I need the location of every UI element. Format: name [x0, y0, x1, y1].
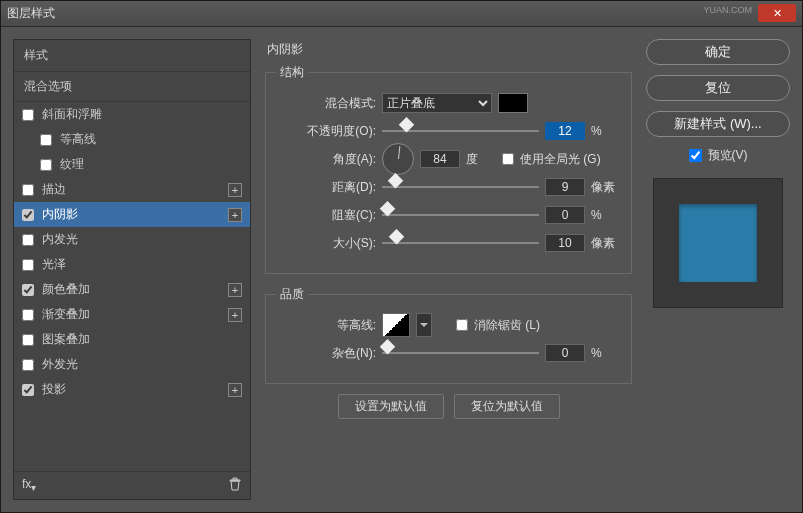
style-checkbox[interactable] [22, 234, 34, 246]
add-effect-icon[interactable]: + [228, 383, 242, 397]
close-button[interactable]: ✕ [758, 4, 796, 22]
add-effect-icon[interactable]: + [228, 208, 242, 222]
preview-square [679, 204, 757, 282]
preview-label: 预览(V) [708, 147, 748, 164]
distance-unit: 像素 [591, 179, 621, 196]
distance-slider[interactable] [382, 179, 539, 195]
style-row-5[interactable]: 内发光 [14, 227, 250, 252]
styles-footer: fx▾ [14, 471, 250, 499]
global-light-label: 使用全局光 (G) [520, 151, 601, 168]
blend-mode-label: 混合模式: [276, 95, 376, 112]
settings-panel: 内阴影 结构 混合模式: 正片叠底 不透明度(O): % 角度(A): [261, 39, 636, 500]
add-effect-icon[interactable]: + [228, 183, 242, 197]
style-row-7[interactable]: 颜色叠加+ [14, 277, 250, 302]
style-label: 投影 [42, 381, 66, 398]
quality-legend: 品质 [276, 286, 308, 303]
distance-input[interactable] [545, 178, 585, 196]
contour-picker[interactable] [382, 313, 410, 337]
size-input[interactable] [545, 234, 585, 252]
preview-thumbnail [653, 178, 783, 308]
blending-options-row[interactable]: 混合选项 [14, 71, 250, 102]
structure-group: 结构 混合模式: 正片叠底 不透明度(O): % 角度(A): 度 [265, 64, 632, 274]
add-effect-icon[interactable]: + [228, 308, 242, 322]
ok-button[interactable]: 确定 [646, 39, 790, 65]
style-label: 纹理 [60, 156, 84, 173]
size-slider[interactable] [382, 235, 539, 251]
choke-unit: % [591, 208, 621, 222]
style-row-4[interactable]: 内阴影+ [14, 202, 250, 227]
style-row-6[interactable]: 光泽 [14, 252, 250, 277]
size-label: 大小(S): [276, 235, 376, 252]
antialias-label: 消除锯齿 (L) [474, 317, 540, 334]
style-label: 等高线 [60, 131, 96, 148]
structure-legend: 结构 [276, 64, 308, 81]
right-panel: 确定 复位 新建样式 (W)... 预览(V) [646, 39, 790, 500]
preview-checkbox[interactable] [689, 149, 702, 162]
angle-dial[interactable] [382, 143, 414, 175]
contour-label: 等高线: [276, 317, 376, 334]
opacity-label: 不透明度(O): [276, 123, 376, 140]
angle-input[interactable] [420, 150, 460, 168]
effect-title: 内阴影 [261, 39, 636, 60]
antialias-checkbox[interactable] [456, 319, 468, 331]
style-label: 图案叠加 [42, 331, 90, 348]
angle-label: 角度(A): [276, 151, 376, 168]
blend-mode-select[interactable]: 正片叠底 [382, 93, 492, 113]
noise-label: 杂色(N): [276, 345, 376, 362]
style-row-8[interactable]: 渐变叠加+ [14, 302, 250, 327]
styles-header: 样式 [14, 40, 250, 71]
style-row-1[interactable]: 等高线 [14, 127, 250, 152]
style-checkbox[interactable] [22, 259, 34, 271]
style-checkbox[interactable] [22, 359, 34, 371]
distance-label: 距离(D): [276, 179, 376, 196]
choke-label: 阻塞(C): [276, 207, 376, 224]
noise-unit: % [591, 346, 621, 360]
titlebar[interactable]: 图层样式 YUAN.COM ✕ [1, 1, 802, 27]
style-label: 内阴影 [42, 206, 78, 223]
cancel-button[interactable]: 复位 [646, 75, 790, 101]
style-row-0[interactable]: 斜面和浮雕 [14, 102, 250, 127]
style-label: 描边 [42, 181, 66, 198]
angle-unit: 度 [466, 151, 496, 168]
style-row-3[interactable]: 描边+ [14, 177, 250, 202]
noise-input[interactable] [545, 344, 585, 362]
style-checkbox[interactable] [40, 134, 52, 146]
style-checkbox[interactable] [22, 334, 34, 346]
opacity-slider[interactable] [382, 123, 539, 139]
make-default-button[interactable]: 设置为默认值 [338, 394, 444, 419]
noise-slider[interactable] [382, 345, 539, 361]
style-checkbox[interactable] [40, 159, 52, 171]
choke-input[interactable] [545, 206, 585, 224]
trash-icon[interactable] [228, 477, 242, 494]
style-row-9[interactable]: 图案叠加 [14, 327, 250, 352]
style-label: 渐变叠加 [42, 306, 90, 323]
quality-group: 品质 等高线: 消除锯齿 (L) 杂色(N): % [265, 286, 632, 384]
style-row-2[interactable]: 纹理 [14, 152, 250, 177]
style-checkbox[interactable] [22, 309, 34, 321]
opacity-unit: % [591, 124, 621, 138]
size-unit: 像素 [591, 235, 621, 252]
style-row-10[interactable]: 外发光 [14, 352, 250, 377]
style-row-11[interactable]: 投影+ [14, 377, 250, 402]
opacity-input[interactable] [545, 122, 585, 140]
watermark: YUAN.COM [703, 5, 752, 15]
style-checkbox[interactable] [22, 209, 34, 221]
style-checkbox[interactable] [22, 184, 34, 196]
style-label: 光泽 [42, 256, 66, 273]
new-style-button[interactable]: 新建样式 (W)... [646, 111, 790, 137]
style-checkbox[interactable] [22, 109, 34, 121]
style-checkbox[interactable] [22, 384, 34, 396]
window-title: 图层样式 [7, 5, 55, 22]
layer-style-dialog: 图层样式 YUAN.COM ✕ 样式 混合选项 斜面和浮雕等高线纹理描边+内阴影… [0, 0, 803, 513]
style-checkbox[interactable] [22, 284, 34, 296]
shadow-color-swatch[interactable] [498, 93, 528, 113]
add-effect-icon[interactable]: + [228, 283, 242, 297]
style-label: 内发光 [42, 231, 78, 248]
reset-default-button[interactable]: 复位为默认值 [454, 394, 560, 419]
fx-menu-button[interactable]: fx▾ [22, 477, 36, 493]
contour-dropdown-icon[interactable] [416, 313, 432, 337]
style-label: 外发光 [42, 356, 78, 373]
global-light-checkbox[interactable] [502, 153, 514, 165]
style-label: 颜色叠加 [42, 281, 90, 298]
choke-slider[interactable] [382, 207, 539, 223]
